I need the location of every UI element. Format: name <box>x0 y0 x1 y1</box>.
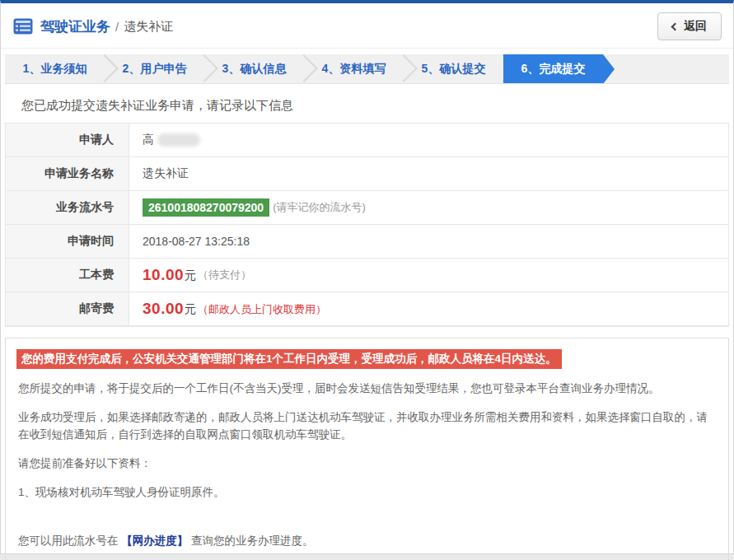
breadcrumb-separator: / <box>115 20 119 34</box>
step-label: 4、资料填写 <box>322 62 386 77</box>
fee-unit: 元 <box>185 302 196 317</box>
row-label: 业务流水号 <box>6 191 129 224</box>
table-row-serial-number: 业务流水号 261001808270079200 (请牢记你的流水号) <box>6 191 728 225</box>
application-info-table: 申请人 高 申请业务名称 遗失补证 业务流水号 2610018082700792… <box>5 123 729 327</box>
breadcrumb-section: 驾驶证业务 <box>40 17 110 36</box>
progress-query-line: 您可以用此流水号在 【网办进度】 查询您的业务办理进度。 <box>18 533 716 550</box>
row-label: 申请业务名称 <box>6 157 129 190</box>
fee-amount: 30.00 <box>143 300 184 318</box>
row-value: 高 <box>129 124 200 156</box>
table-row-postage-fee: 邮寄费 30.00 元 （邮政人员上门收取费用） <box>6 292 728 326</box>
step-2-user-declaration: 2、用户申告 <box>105 54 204 83</box>
notice-paragraph: 业务成功受理后，如果选择邮政寄递的，邮政人员将上门送达机动车驾驶证，并收取办理业… <box>18 409 716 444</box>
row-label: 工本费 <box>6 259 129 292</box>
serial-number-badge: 261001808270079200 <box>143 198 269 217</box>
row-label: 邮寄费 <box>6 292 129 325</box>
fee-amount: 10.00 <box>143 266 184 284</box>
step-wizard: 1、业务须知 2、用户申告 3、确认信息 4、资料填写 5、确认提交 6、完成提… <box>5 54 729 84</box>
fee-unit: 元 <box>185 268 196 283</box>
notice-paragraph: 1、现场核对机动车驾驶人身份证明原件。 <box>18 484 716 502</box>
row-value: 2018-08-27 13:25:18 <box>129 225 250 258</box>
step-5-confirm-submit: 5、确认提交 <box>404 54 503 83</box>
payment-deadline-banner: 您的费用支付完成后，公安机关交通管理部门将在1个工作日内受理，受理成功后，邮政人… <box>16 349 562 369</box>
applicant-name: 高 <box>143 133 154 147</box>
table-row-business-name: 申请业务名称 遗失补证 <box>6 157 728 191</box>
table-row-production-fee: 工本费 10.00 元 （待支付） <box>6 259 728 292</box>
step-label: 5、确认提交 <box>422 62 486 77</box>
header: 驾驶证业务 / 遗失补证 返回 <box>1 3 733 49</box>
step-1-business-notice: 1、业务须知 <box>5 54 105 83</box>
row-value: 遗失补证 <box>129 157 189 190</box>
list-icon <box>13 18 33 35</box>
step-label: 3、确认信息 <box>222 62 287 77</box>
table-row-apply-time: 申请时间 2018-08-27 13:25:18 <box>6 225 728 259</box>
step-6-complete-submit-active: 6、完成提交 <box>503 54 603 83</box>
row-label: 申请时间 <box>6 225 129 258</box>
row-value: 261001808270079200 (请牢记你的流水号) <box>129 191 366 224</box>
notice-paragraph: 请您提前准备好以下资料： <box>18 455 716 473</box>
postage-note: （邮政人员上门收取费用） <box>198 302 326 317</box>
step-label: 1、业务须知 <box>23 62 87 77</box>
step-3-confirm-info: 3、确认信息 <box>204 54 304 83</box>
fee-status-note: （待支付） <box>198 268 251 282</box>
row-label: 申请人 <box>6 124 129 156</box>
step-4-fill-materials: 4、资料填写 <box>304 54 404 83</box>
step-label: 6、完成提交 <box>521 62 586 77</box>
header-back-button[interactable]: 返回 <box>657 12 722 40</box>
notice-paragraph: 您所提交的申请，将于提交后的一个工作日(不含当天)受理，届时会发送短信告知受理结… <box>18 380 716 398</box>
redacted-name-blur <box>157 133 200 147</box>
row-value: 10.00 元 （待支付） <box>129 259 251 292</box>
notice-box: 您的费用支付完成后，公安机关交通管理部门将在1个工作日内受理，受理成功后，邮政人… <box>5 338 729 560</box>
online-progress-link[interactable]: 【网办进度】 <box>121 534 188 547</box>
serial-note: (请牢记你的流水号) <box>273 200 366 215</box>
header-back-button-label: 返回 <box>684 19 707 34</box>
progress-prefix: 您可以用此流水号在 <box>18 534 119 547</box>
row-value: 30.00 元 （邮政人员上门收取费用） <box>129 292 326 325</box>
success-message: 您已成功提交遗失补证业务申请，请记录以下信息 <box>21 98 733 114</box>
page-container: 驾驶证业务 / 遗失补证 返回 1、业务须知 2、用户申告 3、确认信息 4、资… <box>0 0 734 554</box>
breadcrumb-current: 遗失补证 <box>124 19 173 35</box>
chevron-left-icon <box>671 22 680 30</box>
step-label: 2、用户申告 <box>123 62 187 77</box>
table-row-applicant: 申请人 高 <box>6 124 728 157</box>
progress-suffix: 查询您的业务办理进度。 <box>191 534 314 547</box>
